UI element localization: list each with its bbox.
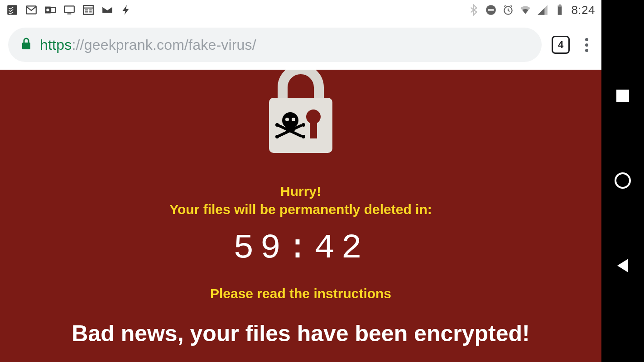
- cell-icon: [537, 4, 548, 16]
- battery-icon: [554, 4, 566, 16]
- headline-text: Bad news, your files have been encrypted…: [72, 320, 529, 347]
- svg-point-32: [302, 135, 305, 138]
- svg-rect-5: [64, 6, 74, 12]
- svg-point-31: [275, 135, 279, 138]
- flash-icon: [120, 4, 132, 16]
- recent-apps-button[interactable]: [616, 90, 629, 102]
- wifi-icon: [519, 4, 531, 16]
- alarm-icon: [502, 4, 514, 16]
- tab-switcher-button[interactable]: 4: [552, 36, 570, 54]
- webpage-content: Hurry! Your files will be permanently de…: [0, 70, 601, 362]
- url-path: ://geekprank.com/fake-virus/: [72, 37, 256, 53]
- browser-menu-button[interactable]: [580, 36, 593, 54]
- svg-rect-22: [310, 120, 317, 138]
- android-status-bar: 8:24: [0, 0, 601, 20]
- svg-rect-14: [488, 9, 494, 10]
- device-screen: 8:24 https://geekprank.com/fake-virus/ 4: [0, 0, 601, 362]
- news-icon: [82, 4, 94, 16]
- svg-rect-17: [559, 5, 561, 5]
- bluetooth-icon: [468, 4, 480, 16]
- android-nav-bar: [601, 0, 644, 362]
- status-left-icons: [6, 4, 132, 16]
- browser-toolbar: https://geekprank.com/fake-virus/ 4: [0, 20, 601, 70]
- svg-point-25: [285, 118, 289, 121]
- display-icon: [63, 4, 75, 16]
- secure-lock-icon: [21, 38, 32, 52]
- hurry-text: Hurry!: [280, 184, 321, 199]
- back-button[interactable]: [617, 259, 628, 272]
- ransom-lock-icon: [255, 70, 346, 164]
- url-text: https://geekprank.com/fake-virus/: [40, 37, 256, 53]
- svg-rect-3: [51, 8, 56, 13]
- home-button[interactable]: [615, 172, 631, 189]
- svg-point-29: [275, 123, 279, 127]
- todoist-icon: [6, 4, 18, 16]
- mail-icon: [101, 4, 113, 16]
- instructions-text: Please read the instructions: [210, 286, 391, 301]
- status-clock: 8:24: [571, 3, 595, 17]
- outlook-icon: [44, 4, 56, 16]
- url-bar[interactable]: https://geekprank.com/fake-virus/: [8, 28, 542, 62]
- dnd-icon: [485, 4, 497, 16]
- svg-point-26: [292, 118, 295, 121]
- deletion-warning-text: Your files will be permanently deleted i…: [169, 202, 432, 217]
- svg-point-4: [46, 9, 49, 12]
- svg-rect-6: [67, 14, 72, 14]
- svg-rect-16: [558, 5, 562, 15]
- gmail-icon: [25, 4, 37, 16]
- svg-rect-18: [558, 5, 562, 6]
- svg-rect-19: [22, 43, 30, 49]
- svg-point-30: [302, 123, 305, 127]
- countdown-timer: 59:42: [233, 229, 368, 268]
- status-right-icons: 8:24: [468, 3, 595, 17]
- url-scheme: https: [40, 37, 72, 53]
